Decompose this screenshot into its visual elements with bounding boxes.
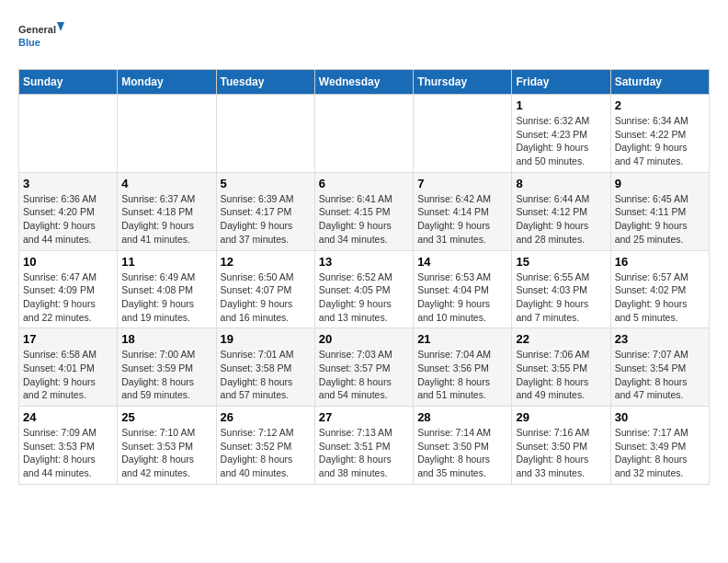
calendar-cell: 6Sunrise: 6:41 AMSunset: 4:15 PMDaylight…	[314, 172, 413, 250]
day-info: Sunrise: 7:00 AMSunset: 3:59 PMDaylight:…	[121, 348, 211, 402]
day-info: Sunrise: 6:55 AMSunset: 4:03 PMDaylight:…	[516, 270, 606, 325]
day-number: 13	[319, 255, 409, 269]
day-info: Sunrise: 7:16 AMSunset: 3:50 PMDaylight:…	[516, 426, 606, 480]
day-number: 19	[221, 332, 311, 346]
day-info: Sunrise: 6:37 AMSunset: 4:18 PMDaylight:…	[121, 192, 211, 247]
day-info: Sunrise: 7:03 AMSunset: 3:57 PMDaylight:…	[319, 348, 409, 402]
day-info: Sunrise: 6:50 AMSunset: 4:07 PMDaylight:…	[221, 270, 311, 325]
day-info: Sunrise: 6:44 AMSunset: 4:12 PMDaylight:…	[516, 192, 606, 247]
day-number: 24	[23, 410, 113, 424]
day-number: 28	[417, 410, 507, 424]
calendar-cell	[216, 95, 314, 173]
day-number: 16	[615, 255, 705, 269]
day-header-friday: Friday	[512, 70, 610, 95]
day-number: 4	[121, 177, 211, 190]
day-info: Sunrise: 6:52 AMSunset: 4:05 PMDaylight:…	[319, 270, 409, 325]
calendar-week-3: 10Sunrise: 6:47 AMSunset: 4:09 PMDayligh…	[19, 250, 710, 328]
day-info: Sunrise: 7:07 AMSunset: 3:54 PMDaylight:…	[615, 348, 705, 402]
day-header-thursday: Thursday	[414, 70, 512, 95]
calendar-cell: 17Sunrise: 6:58 AMSunset: 4:01 PMDayligh…	[19, 328, 118, 407]
day-header-sunday: Sunday	[19, 70, 118, 95]
calendar-cell: 5Sunrise: 6:39 AMSunset: 4:17 PMDaylight…	[216, 172, 314, 250]
calendar-week-2: 3Sunrise: 6:36 AMSunset: 4:20 PMDaylight…	[19, 172, 710, 250]
calendar-cell	[314, 95, 413, 173]
day-number: 10	[23, 255, 113, 269]
calendar-cell: 25Sunrise: 7:10 AMSunset: 3:53 PMDayligh…	[118, 407, 216, 485]
day-number: 21	[417, 332, 507, 346]
day-number: 29	[516, 410, 606, 424]
day-header-monday: Monday	[118, 70, 216, 95]
day-number: 9	[615, 177, 705, 190]
calendar-cell: 3Sunrise: 6:36 AMSunset: 4:20 PMDaylight…	[19, 172, 118, 250]
day-info: Sunrise: 7:06 AMSunset: 3:55 PMDaylight:…	[516, 348, 606, 402]
day-number: 20	[319, 332, 409, 346]
calendar-cell	[414, 95, 512, 173]
day-number: 27	[319, 410, 409, 424]
day-info: Sunrise: 6:42 AMSunset: 4:14 PMDaylight:…	[417, 192, 507, 247]
calendar-cell: 13Sunrise: 6:52 AMSunset: 4:05 PMDayligh…	[314, 250, 413, 328]
calendar-cell: 1Sunrise: 6:32 AMSunset: 4:23 PMDaylight…	[512, 95, 610, 173]
calendar-table: SundayMondayTuesdayWednesdayThursdayFrid…	[18, 69, 710, 485]
day-number: 3	[23, 177, 113, 190]
day-info: Sunrise: 7:09 AMSunset: 3:53 PMDaylight:…	[23, 426, 113, 480]
day-info: Sunrise: 6:34 AMSunset: 4:22 PMDaylight:…	[615, 114, 705, 168]
calendar-cell: 20Sunrise: 7:03 AMSunset: 3:57 PMDayligh…	[314, 328, 413, 407]
calendar-cell: 22Sunrise: 7:06 AMSunset: 3:55 PMDayligh…	[512, 328, 610, 407]
day-info: Sunrise: 6:39 AMSunset: 4:17 PMDaylight:…	[221, 192, 311, 247]
calendar-cell: 24Sunrise: 7:09 AMSunset: 3:53 PMDayligh…	[19, 407, 118, 485]
calendar-cell: 29Sunrise: 7:16 AMSunset: 3:50 PMDayligh…	[512, 407, 610, 485]
calendar-cell: 21Sunrise: 7:04 AMSunset: 3:56 PMDayligh…	[414, 328, 512, 407]
day-number: 30	[615, 410, 705, 424]
calendar-cell: 12Sunrise: 6:50 AMSunset: 4:07 PMDayligh…	[216, 250, 314, 328]
day-number: 26	[221, 410, 311, 424]
calendar-cell: 14Sunrise: 6:53 AMSunset: 4:04 PMDayligh…	[414, 250, 512, 328]
day-info: Sunrise: 7:14 AMSunset: 3:50 PMDaylight:…	[417, 426, 507, 480]
day-number: 6	[319, 177, 409, 190]
header: General Blue	[18, 18, 710, 60]
logo: General Blue	[18, 18, 64, 60]
svg-marker-2	[57, 22, 64, 31]
svg-text:General: General	[18, 24, 56, 35]
calendar-cell	[118, 95, 216, 173]
calendar-cell: 19Sunrise: 7:01 AMSunset: 3:58 PMDayligh…	[216, 328, 314, 407]
day-number: 23	[615, 332, 705, 346]
day-header-saturday: Saturday	[610, 70, 709, 95]
day-number: 18	[121, 332, 211, 346]
calendar-cell: 7Sunrise: 6:42 AMSunset: 4:14 PMDaylight…	[414, 172, 512, 250]
day-number: 25	[121, 410, 211, 424]
day-number: 12	[221, 255, 311, 269]
day-number: 8	[516, 177, 606, 190]
calendar-cell: 8Sunrise: 6:44 AMSunset: 4:12 PMDaylight…	[512, 172, 610, 250]
calendar-cell: 15Sunrise: 6:55 AMSunset: 4:03 PMDayligh…	[512, 250, 610, 328]
day-info: Sunrise: 7:13 AMSunset: 3:51 PMDaylight:…	[319, 426, 409, 480]
day-info: Sunrise: 6:58 AMSunset: 4:01 PMDaylight:…	[23, 348, 113, 402]
calendar-week-4: 17Sunrise: 6:58 AMSunset: 4:01 PMDayligh…	[19, 328, 710, 407]
calendar-cell: 4Sunrise: 6:37 AMSunset: 4:18 PMDaylight…	[118, 172, 216, 250]
day-info: Sunrise: 6:36 AMSunset: 4:20 PMDaylight:…	[23, 192, 113, 247]
day-info: Sunrise: 6:32 AMSunset: 4:23 PMDaylight:…	[516, 114, 606, 168]
day-info: Sunrise: 7:17 AMSunset: 3:49 PMDaylight:…	[615, 426, 705, 480]
day-info: Sunrise: 6:41 AMSunset: 4:15 PMDaylight:…	[319, 192, 409, 247]
calendar-header-row: SundayMondayTuesdayWednesdayThursdayFrid…	[19, 70, 710, 95]
calendar-week-5: 24Sunrise: 7:09 AMSunset: 3:53 PMDayligh…	[19, 407, 710, 485]
day-number: 22	[516, 332, 606, 346]
calendar-cell: 27Sunrise: 7:13 AMSunset: 3:51 PMDayligh…	[314, 407, 413, 485]
day-info: Sunrise: 6:49 AMSunset: 4:08 PMDaylight:…	[121, 270, 211, 325]
day-number: 7	[417, 177, 507, 190]
logo-svg: General Blue	[18, 18, 64, 60]
day-number: 11	[121, 255, 211, 269]
day-number: 1	[516, 98, 606, 112]
calendar-cell: 16Sunrise: 6:57 AMSunset: 4:02 PMDayligh…	[610, 250, 709, 328]
day-header-wednesday: Wednesday	[314, 70, 413, 95]
calendar-cell: 2Sunrise: 6:34 AMSunset: 4:22 PMDaylight…	[610, 95, 709, 173]
calendar-cell: 30Sunrise: 7:17 AMSunset: 3:49 PMDayligh…	[610, 407, 709, 485]
calendar-cell	[19, 95, 118, 173]
calendar-cell: 9Sunrise: 6:45 AMSunset: 4:11 PMDaylight…	[610, 172, 709, 250]
calendar-cell: 28Sunrise: 7:14 AMSunset: 3:50 PMDayligh…	[414, 407, 512, 485]
day-info: Sunrise: 7:04 AMSunset: 3:56 PMDaylight:…	[417, 348, 507, 402]
day-number: 15	[516, 255, 606, 269]
calendar-week-1: 1Sunrise: 6:32 AMSunset: 4:23 PMDaylight…	[19, 95, 710, 173]
svg-text:Blue: Blue	[18, 37, 40, 48]
calendar-cell: 23Sunrise: 7:07 AMSunset: 3:54 PMDayligh…	[610, 328, 709, 407]
day-number: 17	[23, 332, 113, 346]
